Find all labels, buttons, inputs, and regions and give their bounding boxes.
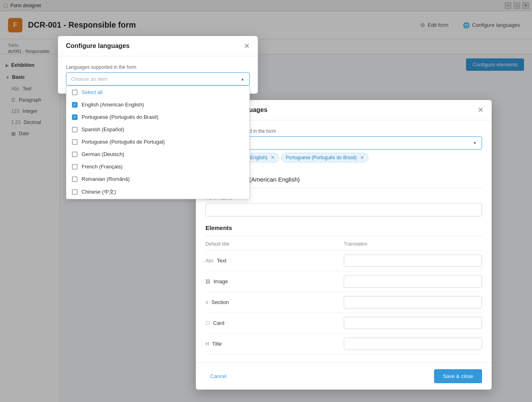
element-translation-section xyxy=(344,296,482,308)
translation-input-image[interactable] xyxy=(344,275,482,288)
element-label-title: Title xyxy=(212,341,222,347)
title-element-icon: H xyxy=(205,341,209,347)
modal1-title: Configure languages xyxy=(66,42,130,50)
select-all-label: Select all xyxy=(82,89,103,95)
modal1-languages-label: Languages supported in the form xyxy=(66,64,250,70)
dropdown-item-german[interactable]: German (Deutsch) xyxy=(66,148,249,160)
element-translation-title xyxy=(344,338,482,350)
modal1-dropdown-arrow-icon: ▲ xyxy=(241,77,245,81)
german-label: German (Deutsch) xyxy=(82,151,124,157)
elements-section: Elements Default title Translation Abc T… xyxy=(205,224,482,354)
element-row-section: ≡ Section xyxy=(205,292,482,313)
chinese-label: Chinese (中文) xyxy=(82,188,116,196)
portuguese-brasil-checkbox[interactable]: ✓ xyxy=(72,114,78,120)
col-translation-title: Translation xyxy=(344,241,482,247)
tag-portuguese-label: Portuguese (Português do Brasil) xyxy=(286,155,357,160)
element-label-section: Section xyxy=(211,299,229,305)
dropdown-list: Select all ✓ English (American English) … xyxy=(66,86,250,199)
translation-input-text[interactable] xyxy=(344,254,482,267)
elements-divider xyxy=(205,236,482,236)
elements-title: Elements xyxy=(205,224,482,231)
save-close-button[interactable]: Save & close xyxy=(434,369,482,383)
spanish-label: Spanish (Español) xyxy=(82,126,124,132)
select-all-item[interactable]: Select all xyxy=(66,86,249,98)
element-label-card: Card xyxy=(213,320,224,326)
element-name-image: 🖼 Image xyxy=(205,278,344,284)
chinese-checkbox[interactable] xyxy=(72,189,78,195)
modal1-dropdown-wrapper: Choose an item ▲ Select all ✓ English (A… xyxy=(66,72,250,86)
portuguese-portugal-checkbox[interactable] xyxy=(72,139,78,145)
translation-input-section[interactable] xyxy=(344,296,482,308)
modal1-dropdown-placeholder: Choose an item xyxy=(71,76,108,82)
element-row-text: Abc Text xyxy=(205,250,482,271)
modal1-body: Languages supported in the form Choose a… xyxy=(58,56,258,94)
card-element-icon: ☐ xyxy=(205,320,210,326)
section-element-icon: ≡ xyxy=(205,300,208,305)
element-row-card: ☐ Card xyxy=(205,313,482,334)
spanish-checkbox[interactable] xyxy=(72,127,78,132)
element-name-title: H Title xyxy=(205,341,344,347)
select-all-checkbox[interactable] xyxy=(72,90,78,95)
modal2-close-button[interactable]: ✕ xyxy=(478,106,484,114)
tag-portuguese-remove[interactable]: ✕ xyxy=(360,155,364,160)
dropdown-item-chinese[interactable]: Chinese (中文) xyxy=(66,185,249,199)
element-label-text: Text xyxy=(217,258,227,264)
cancel-button[interactable]: Cancel xyxy=(205,370,231,382)
translation-input-card[interactable] xyxy=(344,317,482,329)
dropdown-item-spanish[interactable]: Spanish (Español) xyxy=(66,123,249,136)
tag-portuguese: Portuguese (Português do Brasil) ✕ xyxy=(281,153,368,162)
dropdown-item-french[interactable]: French (Français) xyxy=(66,160,249,173)
dropdown-item-romanian[interactable]: Romanian (Română) xyxy=(66,173,249,185)
modal2-footer: Cancel Save & close xyxy=(196,362,492,390)
element-name-text: Abc Text xyxy=(205,258,344,264)
text-element-icon: Abc xyxy=(205,258,214,264)
element-translation-image xyxy=(344,275,482,288)
dropdown-item-portuguese-portugal[interactable]: Portuguese (Português de Portugal) xyxy=(66,136,249,148)
translation-input-title[interactable] xyxy=(344,338,482,350)
element-name-card: ☐ Card xyxy=(205,320,344,326)
form-name-input[interactable] xyxy=(205,203,482,216)
german-checkbox[interactable] xyxy=(72,152,78,157)
tag-english-remove[interactable]: ✕ xyxy=(271,155,275,160)
romanian-label: Romanian (Română) xyxy=(82,176,130,182)
modal1-dropdown-trigger[interactable]: Choose an item ▲ xyxy=(66,72,250,86)
image-element-icon: 🖼 xyxy=(205,279,210,284)
elements-header: Default title Translation xyxy=(205,241,482,250)
dropdown-item-portuguese-brasil[interactable]: ✓ Portuguese (Português do Brasil) xyxy=(66,111,249,123)
element-label-image: Image xyxy=(213,278,228,284)
portuguese-brasil-label: Portuguese (Português do Brasil) xyxy=(82,114,158,120)
french-checkbox[interactable] xyxy=(72,164,78,170)
modal2-dropdown-arrow-icon: ▼ xyxy=(473,141,477,145)
english-label: English (American English) xyxy=(82,102,144,108)
modal1-close-button[interactable]: ✕ xyxy=(244,42,250,50)
element-row-title: H Title xyxy=(205,334,482,354)
romanian-checkbox[interactable] xyxy=(72,176,78,182)
element-row-image: 🖼 Image xyxy=(205,271,482,292)
element-translation-card xyxy=(344,317,482,329)
configure-languages-dropdown-modal: Configure languages ✕ Languages supporte… xyxy=(58,36,258,94)
english-checkbox[interactable]: ✓ xyxy=(72,102,78,108)
dropdown-item-english[interactable]: ✓ English (American English) xyxy=(66,98,249,111)
french-label: French (Français) xyxy=(82,164,123,170)
modal1-header: Configure languages ✕ xyxy=(58,36,258,56)
element-translation-text xyxy=(344,254,482,267)
col-default-title: Default title xyxy=(205,241,344,247)
portuguese-portugal-label: Portuguese (Português de Portugal) xyxy=(82,139,165,145)
element-name-section: ≡ Section xyxy=(205,299,344,305)
